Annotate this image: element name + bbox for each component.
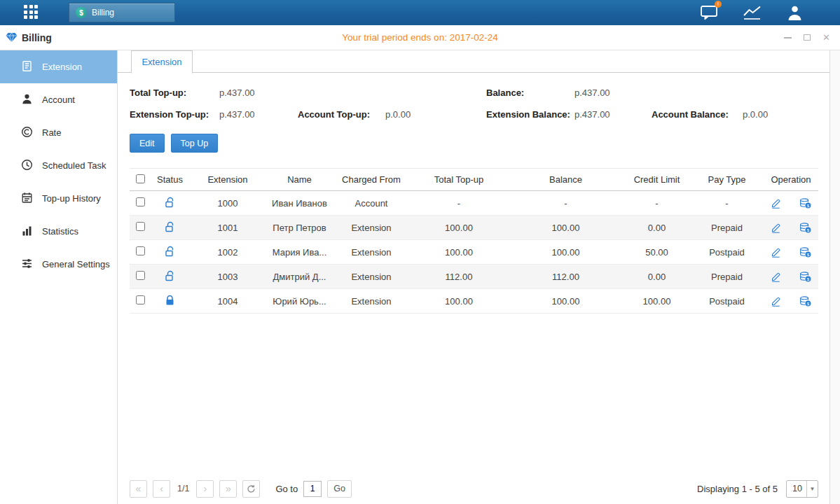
apps-grid-icon[interactable] bbox=[24, 5, 39, 20]
topup-icon[interactable]: $ bbox=[799, 198, 811, 209]
prev-page-button[interactable]: ‹ bbox=[153, 480, 170, 498]
cell-charged-from: Account bbox=[333, 191, 410, 216]
sidebar-item-topup-history[interactable]: Top-up History bbox=[0, 182, 117, 215]
edit-icon[interactable] bbox=[771, 223, 781, 233]
cell-extension: 1004 bbox=[189, 289, 266, 314]
cell-total-topup: - bbox=[410, 191, 508, 216]
first-page-button[interactable]: « bbox=[130, 480, 147, 498]
sidebar-item-general-settings[interactable]: General Settings bbox=[0, 248, 117, 281]
cell-balance: 100.00 bbox=[508, 216, 624, 240]
billing-app-tab[interactable]: $ Billing bbox=[69, 3, 175, 22]
balance-summary: Total Top-up: p.437.00 Balance: p.437.00… bbox=[130, 82, 818, 125]
person-icon bbox=[21, 93, 33, 107]
col-balance: Balance bbox=[508, 169, 624, 191]
unlocked-icon bbox=[165, 224, 175, 234]
close-button[interactable]: ✕ bbox=[822, 33, 830, 42]
edit-icon[interactable] bbox=[771, 198, 781, 209]
cell-balance: - bbox=[508, 191, 624, 216]
cell-charged-from: Extension bbox=[333, 216, 410, 240]
page-size-value: 10 bbox=[787, 484, 806, 493]
cell-total-topup: 100.00 bbox=[410, 240, 508, 265]
edit-button[interactable]: Edit bbox=[130, 134, 165, 153]
cell-name: Иван Иванов bbox=[266, 191, 333, 216]
go-button[interactable]: Go bbox=[327, 480, 352, 498]
account-balance-label: Account Balance: bbox=[652, 109, 743, 120]
tab-bar: Extension bbox=[118, 50, 829, 73]
select-all-checkbox[interactable] bbox=[136, 174, 145, 183]
unlocked-icon bbox=[165, 248, 175, 259]
cell-pay-type: Postpaid bbox=[690, 240, 764, 265]
col-status: Status bbox=[151, 169, 189, 191]
cell-credit-limit: 50.00 bbox=[624, 240, 690, 265]
balance-label: Balance: bbox=[486, 88, 574, 98]
col-extension: Extension bbox=[189, 169, 266, 191]
user-account-icon[interactable] bbox=[786, 5, 804, 21]
minimize-button[interactable] bbox=[784, 37, 792, 38]
sidebar-item-statistics[interactable]: Statistics bbox=[0, 215, 117, 248]
cell-name: Дмитрий Д... bbox=[266, 265, 333, 289]
sidebar-item-label: Account bbox=[42, 94, 75, 105]
sidebar-item-scheduled-task[interactable]: Scheduled Task bbox=[0, 149, 117, 182]
total-topup-label: Total Top-up: bbox=[130, 88, 219, 98]
cell-credit-limit: 0.00 bbox=[624, 216, 690, 240]
maximize-button[interactable] bbox=[804, 34, 811, 41]
table-header-row: Status Extension Name Charged From Total… bbox=[130, 169, 818, 191]
extension-topup-label: Extension Top-up: bbox=[130, 109, 219, 120]
messages-icon[interactable]: ! bbox=[700, 4, 719, 21]
goto-page-input[interactable] bbox=[303, 481, 322, 497]
clock-icon bbox=[21, 159, 33, 173]
topup-icon[interactable]: $ bbox=[799, 223, 811, 233]
pagination-bar: « ‹ 1/1 › » Go to Go Displaying 1 - 5 of… bbox=[130, 479, 818, 498]
account-balance-value: p.0.00 bbox=[743, 109, 818, 120]
row-checkbox[interactable] bbox=[136, 197, 145, 206]
edit-icon[interactable] bbox=[771, 296, 781, 307]
sidebar-item-account[interactable]: Account bbox=[0, 83, 117, 116]
cell-total-topup: 112.00 bbox=[410, 265, 508, 289]
topup-icon[interactable]: $ bbox=[799, 296, 811, 307]
row-checkbox[interactable] bbox=[136, 271, 145, 280]
extension-balance-value: p.437.00 bbox=[574, 109, 652, 120]
sidebar-item-rate[interactable]: Rate bbox=[0, 116, 117, 149]
bar-chart-icon bbox=[21, 225, 33, 239]
displaying-text: Displaying 1 - 5 of 5 bbox=[697, 484, 778, 494]
billing-tab-label: Billing bbox=[92, 8, 114, 18]
chevron-down-icon: ▼ bbox=[806, 481, 818, 497]
last-page-button[interactable]: » bbox=[219, 480, 237, 498]
col-name: Name bbox=[266, 169, 333, 191]
billing-window-titlebar: Billing Your trial period ends on: 2017-… bbox=[0, 25, 840, 50]
cell-charged-from: Extension bbox=[333, 265, 410, 289]
window-title: Billing bbox=[22, 32, 52, 43]
cell-extension: 1000 bbox=[189, 191, 266, 216]
top-up-button[interactable]: Top Up bbox=[171, 134, 219, 153]
extension-topup-value: p.437.00 bbox=[219, 109, 298, 120]
locked-icon bbox=[165, 298, 175, 308]
cell-credit-limit: 0.00 bbox=[624, 265, 690, 289]
page-size-select[interactable]: 10 ▼ bbox=[786, 480, 818, 498]
row-checkbox[interactable] bbox=[136, 246, 145, 255]
topup-icon[interactable]: $ bbox=[799, 247, 811, 258]
cell-pay-type: Prepaid bbox=[690, 216, 764, 240]
tab-extension[interactable]: Extension bbox=[131, 50, 193, 74]
top-app-bar: $ Billing ! bbox=[0, 0, 840, 25]
sidebar: Extension Account Rate Scheduled Task bbox=[0, 50, 118, 504]
table-row: 1002 Мария Ива... Extension 100.00 100.0… bbox=[130, 240, 818, 265]
edit-icon[interactable] bbox=[771, 272, 781, 282]
goto-label: Go to bbox=[275, 484, 298, 494]
balance-value: p.437.00 bbox=[574, 88, 652, 98]
row-checkbox[interactable] bbox=[136, 222, 145, 231]
sidebar-item-extension[interactable]: Extension bbox=[0, 50, 117, 83]
sidebar-item-label: Rate bbox=[42, 127, 61, 138]
statistics-chart-icon[interactable] bbox=[743, 5, 762, 20]
cell-pay-type: - bbox=[690, 191, 764, 216]
topup-icon[interactable]: $ bbox=[799, 272, 811, 282]
refresh-button[interactable] bbox=[242, 480, 260, 498]
next-page-button[interactable]: › bbox=[196, 480, 214, 498]
cell-name: Мария Ива... bbox=[266, 240, 333, 265]
row-checkbox[interactable] bbox=[136, 295, 145, 304]
edit-icon[interactable] bbox=[771, 247, 781, 258]
unlocked-icon bbox=[165, 273, 175, 284]
unlocked-icon bbox=[165, 200, 175, 210]
main-panel: Extension Total Top-up: p.437.00 Balance… bbox=[118, 50, 830, 504]
total-topup-value: p.437.00 bbox=[219, 88, 298, 98]
sidebar-item-label: Scheduled Task bbox=[42, 160, 106, 171]
